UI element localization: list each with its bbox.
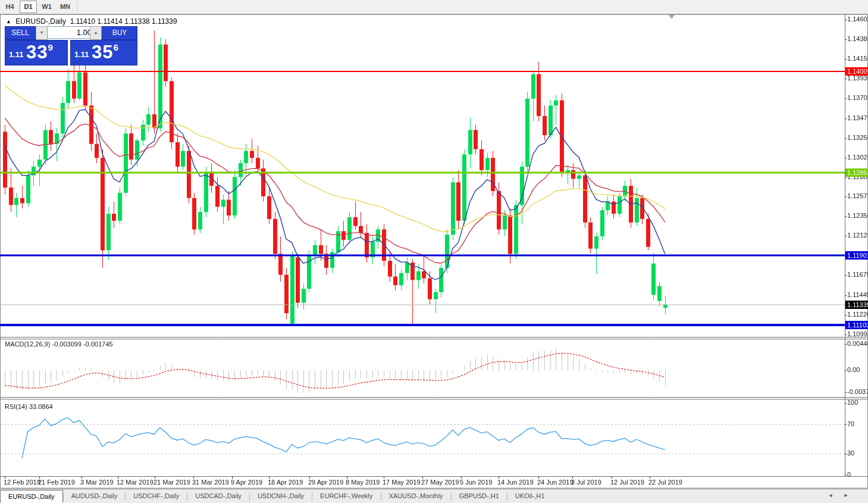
macd-axis-tick-label: 0.004465 <box>847 340 868 347</box>
date-axis-label: 12 Feb 2019 <box>4 479 40 486</box>
date-axis-label: 3 Jul 2019 <box>571 479 601 486</box>
date-axis-label: 9 Apr 2019 <box>231 479 262 486</box>
buy-price-pip: 6 <box>114 42 118 52</box>
volume-decrease-button[interactable]: ▼ <box>36 26 48 40</box>
price-axis-tick-label: 1.13705 <box>847 94 868 101</box>
rsi-indicator-label: RSI(14) 33.0864 <box>5 403 53 410</box>
date-axis-label: 12 Jul 2019 <box>610 479 644 486</box>
date-axis-label: 12 Mar 2019 <box>117 479 153 486</box>
date-axis-label: 22 Jul 2019 <box>648 479 682 486</box>
price-axis-tick-label: 1.12575 <box>847 192 868 199</box>
chart-tab-gbpusd-h1[interactable]: GBPUSD-,H1 <box>452 490 507 502</box>
rsi-axis-tick-label: 100 <box>847 399 858 406</box>
sell-button[interactable]: SELL <box>5 26 36 40</box>
mt4-window: H4 D1 W1 MN ▲ EURUSD-,Daily 1.11410 1.11… <box>0 0 868 503</box>
price-level-badge: 1.11901 <box>845 251 868 260</box>
sell-price-pip: 9 <box>48 42 53 52</box>
timeframe-toolbar: H4 D1 W1 MN <box>0 0 868 14</box>
one-click-trade-panel: SELL ▼ ▲ BUY 1.11 339 1.11 356 <box>5 26 137 64</box>
price-chart[interactable] <box>0 14 868 489</box>
timeframe-button-d1[interactable]: D1 <box>20 1 37 13</box>
price-axis-tick-label: 1.14155 <box>847 55 868 62</box>
rsi-axis-tick-label: 0 <box>847 471 851 478</box>
price-level-badge: 1.14009 <box>845 67 868 76</box>
price-axis-tick-label: 1.13250 <box>847 134 868 141</box>
timeframe-button-h4[interactable]: H4 <box>1 1 18 13</box>
sell-price-box[interactable]: 1.11 339 <box>5 40 68 65</box>
timeframe-button-w1[interactable]: W1 <box>38 1 55 13</box>
buy-price-box[interactable]: 1.11 356 <box>70 40 137 65</box>
date-axis-label: 14 Jun 2019 <box>497 479 534 486</box>
sell-price-big: 33 <box>26 42 48 63</box>
date-axis-label: 17 May 2019 <box>383 479 421 486</box>
sell-price-prefix: 1.11 <box>9 50 24 59</box>
price-axis-tick-label: 1.12350 <box>847 212 868 219</box>
rsi-axis-tick-label: 30 <box>847 449 854 457</box>
price-axis-tick-label: 1.13475 <box>847 114 868 121</box>
date-axis-label: 24 Jun 2019 <box>537 479 574 486</box>
chart-tab-audusd-daily[interactable]: AUDUSD-,Daily <box>64 490 126 502</box>
macd-axis-tick-label: 0.00 <box>847 366 860 373</box>
buy-button[interactable]: BUY <box>102 26 137 40</box>
date-axis-label: 3 Mar 2019 <box>80 479 114 486</box>
price-level-badge: 1.12851 <box>845 168 868 177</box>
price-axis-tick-label: 1.11675 <box>847 271 868 278</box>
macd-indicator-label: MACD(12,26,9) -0.003099 -0.001745 <box>5 340 113 348</box>
chart-shift-marker-icon[interactable] <box>669 15 675 19</box>
chart-tab-ukoil-h1[interactable]: UKOil-,H1 <box>507 490 553 502</box>
chart-tab-usdcad-daily[interactable]: USDCAD-,Daily <box>187 490 249 502</box>
volume-input[interactable] <box>47 26 95 39</box>
chart-symbol-label: EURUSD-,Daily <box>15 17 66 26</box>
price-axis-tick-label: 1.13025 <box>847 154 868 161</box>
collapse-triangle-icon[interactable]: ▲ <box>6 18 11 24</box>
macd-axis-tick-label: -0.003715 <box>847 388 868 395</box>
price-axis-tick-label: 1.11445 <box>847 291 868 298</box>
chart-ohlc-values: 1.11410 1.11414 1.11338 1.11339 <box>70 17 177 26</box>
price-axis-tick-label: 1.14605 <box>847 15 868 23</box>
chart-tab-usdchf-daily[interactable]: USDCHF-,Daily <box>126 490 187 502</box>
date-axis-label: 27 May 2019 <box>421 479 459 486</box>
date-axis-label: 21 Feb 2019 <box>38 479 75 486</box>
chart-tab-bar: EURUSD-,DailyAUDUSD-,DailyUSDCHF-,DailyU… <box>0 489 868 503</box>
price-axis-tick-label: 1.14380 <box>847 35 868 42</box>
buy-price-prefix: 1.11 <box>74 50 89 59</box>
date-axis-label: 31 Mar 2019 <box>192 479 229 486</box>
date-axis-label: 18 Apr 2019 <box>268 479 303 486</box>
price-axis-tick-label: 1.11220 <box>847 311 868 318</box>
date-axis-label: 8 May 2019 <box>346 479 380 486</box>
chart-title: ▲ EURUSD-,Daily 1.11410 1.11414 1.11338 … <box>6 17 177 26</box>
date-axis-label: 29 Apr 2019 <box>308 479 343 486</box>
buy-price-big: 35 <box>92 42 113 63</box>
tab-scroll-left-icon[interactable]: ◄ <box>826 492 835 501</box>
chart-tab-xauusd-monthly[interactable]: XAUUSD-,Monthly <box>381 490 451 502</box>
price-level-badge: 1.11103 <box>845 321 868 329</box>
price-axis-tick-label: 1.12125 <box>847 232 868 239</box>
price-axis-tick-label: 1.10995 <box>847 330 868 338</box>
date-axis-label: 5 Jun 2019 <box>460 479 492 486</box>
rsi-axis-tick-label: 70 <box>847 420 854 427</box>
chart-tab-eurchf-weekly[interactable]: EURCHF-,Weekly <box>312 490 380 502</box>
volume-increase-button[interactable]: ▲ <box>90 26 102 40</box>
timeframe-button-mn[interactable]: MN <box>57 1 74 13</box>
date-axis-label: 21 Mar 2019 <box>153 479 190 486</box>
toolbar-separator <box>77 2 79 11</box>
tab-scroll-right-icon[interactable]: ► <box>841 492 851 501</box>
price-level-badge: 1.11339 <box>845 301 868 309</box>
chart-tab-usdcnh-daily[interactable]: USDCNH-,Daily <box>250 490 312 502</box>
chart-tab-eurusd-daily[interactable]: EURUSD-,Daily <box>0 490 63 503</box>
